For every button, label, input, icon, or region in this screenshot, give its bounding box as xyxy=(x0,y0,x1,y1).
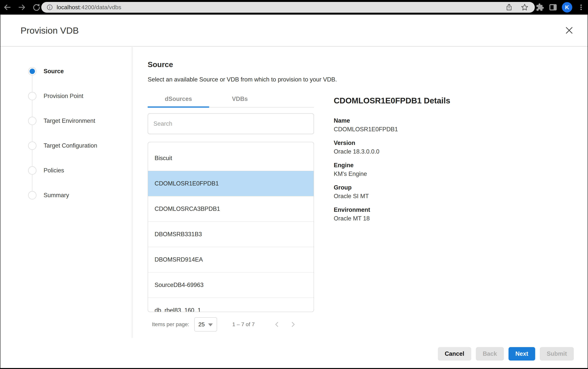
chevron-left-icon xyxy=(274,321,280,328)
previous-page-button[interactable] xyxy=(272,320,282,329)
dialog-title: Provision VDB xyxy=(20,25,79,36)
source-tabs: dSources VDBs xyxy=(148,91,314,108)
list-item-selected[interactable]: CDOMLOSR1E0FPDB1 xyxy=(148,171,314,196)
tab-dsources[interactable]: dSources xyxy=(148,91,209,107)
items-per-page-label: Items per page: xyxy=(152,321,189,328)
detail-label-group: Group xyxy=(334,183,555,192)
detail-field: Environment Oracle MT 18 xyxy=(334,206,555,223)
stepper-divider xyxy=(132,47,132,338)
detail-label-version: Version xyxy=(334,139,555,147)
list-item[interactable]: DBOMSRB331B3 xyxy=(148,221,314,247)
list-item[interactable]: CDOMLOSRCA3BPDB1 xyxy=(148,196,314,221)
extensions-icon xyxy=(536,3,544,11)
detail-value-environment: Oracle MT 18 xyxy=(334,214,555,223)
browser-menu-button[interactable] xyxy=(577,3,585,11)
detail-field: Version Oracle 18.3.0.0.0 xyxy=(334,139,555,156)
page-range-label: 1 – 7 of 7 xyxy=(232,321,255,328)
forward-icon xyxy=(18,3,26,11)
list-item[interactable]: SourceDB4-69963 xyxy=(148,272,314,297)
back-button-wizard[interactable]: Back xyxy=(476,347,504,360)
url-path: :4200/data/vdbs xyxy=(80,4,121,10)
forward-button[interactable] xyxy=(18,3,26,11)
omnibox-actions xyxy=(505,3,529,11)
cancel-button[interactable]: Cancel xyxy=(438,347,471,360)
detail-field: Engine KM's Engine xyxy=(334,161,555,178)
next-button[interactable]: Next xyxy=(509,347,535,360)
detail-field: Name CDOMLOSR1E0FPDB1 xyxy=(334,116,555,134)
url-text: localhost:4200/data/vdbs xyxy=(57,4,505,10)
bookmark-star-icon[interactable] xyxy=(521,3,529,11)
items-per-page-value: 25 xyxy=(198,321,205,328)
back-icon xyxy=(3,3,11,11)
stepper-item-policies[interactable]: Policies xyxy=(44,167,64,174)
kebab-menu-icon xyxy=(577,3,585,11)
detail-value-name: CDOMLOSR1E0FPDB1 xyxy=(334,125,555,134)
extensions-button[interactable] xyxy=(536,3,544,11)
detail-label-engine: Engine xyxy=(334,161,555,170)
step-indicator-summary[interactable] xyxy=(28,191,37,199)
tab-vdbs[interactable]: VDBs xyxy=(209,91,271,107)
info-icon[interactable] xyxy=(46,4,53,11)
items-per-page-select[interactable]: 25 xyxy=(194,317,217,331)
browser-toolbar: localhost:4200/data/vdbs K xyxy=(0,0,588,15)
list-item[interactable]: db_rhel83_160_1 xyxy=(148,297,314,312)
stepper-item-target-environment[interactable]: Target Environment xyxy=(44,117,95,124)
chevron-right-icon xyxy=(290,321,296,328)
url-host: localhost xyxy=(57,4,80,10)
source-list: Biscuit CDOMLOSR1E0FPDB1 CDOMLOSRCA3BPDB… xyxy=(148,142,314,312)
submit-button[interactable]: Submit xyxy=(540,347,574,360)
close-button[interactable] xyxy=(563,24,575,37)
dialog-header: Provision VDB xyxy=(0,15,588,47)
step-indicator-source[interactable] xyxy=(28,67,37,75)
detail-field: Group Oracle SI MT xyxy=(334,183,555,201)
wizard-footer: Cancel Back Next Submit xyxy=(438,347,574,360)
stepper-item-source[interactable]: Source xyxy=(44,68,64,75)
share-icon[interactable] xyxy=(505,3,513,11)
stepper-item-summary[interactable]: Summary xyxy=(44,192,69,199)
step-indicator-target-configuration[interactable] xyxy=(28,142,37,150)
detail-value-engine: KM's Engine xyxy=(334,170,555,178)
search-input[interactable] xyxy=(148,114,314,134)
search-box xyxy=(148,113,314,134)
details-title: CDOMLOSR1E0FPDB1 Details xyxy=(334,96,555,105)
step-indicator-policies[interactable] xyxy=(28,166,37,175)
profile-avatar[interactable]: K xyxy=(562,2,572,12)
detail-label-environment: Environment xyxy=(334,206,555,214)
back-button[interactable] xyxy=(3,3,11,11)
list-item[interactable]: Biscuit xyxy=(148,146,314,171)
step-indicator-target-environment[interactable] xyxy=(28,117,37,125)
detail-value-group: Oracle SI MT xyxy=(334,192,555,201)
browser-nav-buttons xyxy=(3,0,41,15)
browser-right-controls: K xyxy=(536,0,585,15)
address-bar[interactable]: localhost:4200/data/vdbs xyxy=(41,2,535,13)
close-icon xyxy=(565,26,574,35)
page-title: Source xyxy=(148,60,173,69)
detail-label-name: Name xyxy=(334,116,555,125)
details-panel: CDOMLOSR1E0FPDB1 Details Name CDOMLOSR1E… xyxy=(334,96,555,228)
profile-initial: K xyxy=(565,4,569,10)
list-item[interactable]: DBOMSRD914EA xyxy=(148,247,314,272)
side-panel-icon xyxy=(549,3,557,11)
stepper-connector-line xyxy=(32,71,32,195)
side-panel-button[interactable] xyxy=(549,3,557,11)
detail-value-version: Oracle 18.3.0.0.0 xyxy=(334,147,555,156)
reload-icon xyxy=(32,3,41,11)
dropdown-caret-icon xyxy=(208,323,213,326)
step-indicator-provision-point[interactable] xyxy=(28,92,37,100)
next-page-button[interactable] xyxy=(288,320,298,329)
stepper-item-provision-point[interactable]: Provision Point xyxy=(44,93,83,100)
stepper-item-target-configuration[interactable]: Target Configuration xyxy=(44,142,97,149)
reload-button[interactable] xyxy=(32,3,41,11)
paginator: Items per page: 25 1 – 7 of 7 xyxy=(148,316,314,333)
paginator-nav xyxy=(272,320,298,329)
page-description: Select an available Source or VDB from w… xyxy=(148,76,337,83)
